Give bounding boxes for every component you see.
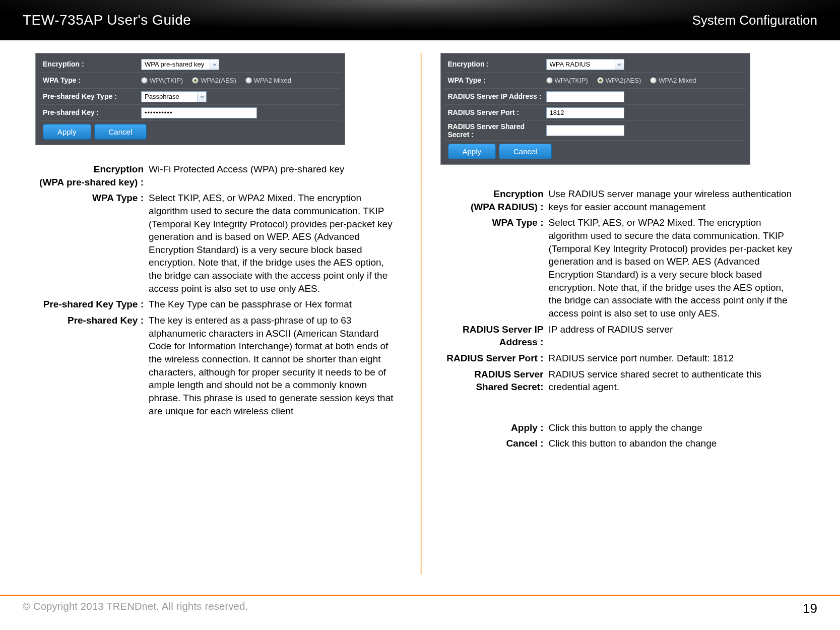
wpa-type-radios: WPA(TKIP) WPA2(AES) WPA2 Mixed — [141, 77, 291, 84]
radio-icon — [192, 77, 199, 84]
label-encryption: Encryption : — [448, 60, 546, 68]
panel-buttons: Apply Cancel — [40, 124, 341, 140]
wpa-radius-panel: Encryption : WPA RADIUS WPA Type : WPA(T… — [440, 53, 750, 165]
page-footer: © Copyright 2013 TRENDnet. All rights re… — [0, 595, 840, 630]
def-term: Pre-shared Key Type : — [35, 298, 149, 311]
button-definitions: Apply : Click this button to apply the c… — [440, 421, 805, 450]
radio-wpa2-aes[interactable]: WPA2(AES) — [597, 77, 641, 84]
encryption-select[interactable]: WPA RADIUS — [546, 59, 624, 70]
encryption-select[interactable]: WPA pre-shared key — [141, 59, 219, 70]
def-desc: The Key Type can be passphrase or Hex fo… — [149, 298, 400, 311]
label-radius-secret: RADIUS Server Shared Secret : — [448, 122, 546, 139]
doc-section: System Configuration — [692, 13, 817, 28]
label-radius-ip: RADIUS Server IP Address : — [448, 92, 546, 100]
def-row: Pre-shared Key : The key is entered as a… — [35, 314, 400, 417]
left-column: Encryption : WPA pre-shared key WPA Type… — [15, 53, 420, 582]
radio-icon — [245, 77, 252, 84]
row-radius-secret: RADIUS Server Shared Secret : — [445, 121, 746, 141]
def-desc: IP address of RADIUS server — [549, 323, 805, 349]
def-desc: RADIUS service port number. Default: 181… — [549, 352, 805, 365]
def-row: Encryption (WPA RADIUS) : Use RADIUS ser… — [440, 187, 805, 213]
label-radius-port: RADIUS Server Port : — [448, 108, 546, 116]
copyright: © Copyright 2013 TRENDnet. All rights re… — [23, 601, 248, 612]
def-term: Apply : — [440, 421, 549, 434]
def-desc: RADIUS service shared secret to authenti… — [549, 368, 805, 394]
page-header: TEW-735AP User's Guide System Configurat… — [0, 0, 840, 40]
def-term: Pre-shared Key : — [35, 314, 149, 417]
cancel-button[interactable]: Cancel — [94, 124, 147, 140]
def-row: Pre-shared Key Type : The Key Type can b… — [35, 298, 400, 311]
radio-label: WPA2(AES) — [201, 77, 236, 84]
radio-label: WPA(TKIP) — [150, 77, 183, 84]
chevron-down-icon — [615, 59, 624, 70]
radio-icon — [141, 77, 148, 84]
label-wpa-type: WPA Type : — [448, 76, 546, 84]
def-term: WPA Type : — [35, 192, 149, 295]
radio-wpa2-aes[interactable]: WPA2(AES) — [192, 77, 236, 84]
def-desc: The key is entered as a pass-phrase of u… — [149, 314, 400, 417]
def-desc: Select TKIP, AES, or WPA2 Mixed. The enc… — [549, 216, 805, 320]
def-row: RADIUS Server Port : RADIUS service port… — [440, 352, 805, 365]
def-row: WPA Type : Select TKIP, AES, or WPA2 Mix… — [35, 192, 400, 295]
row-encryption: Encryption : WPA pre-shared key — [40, 56, 341, 73]
radius-ip-input[interactable] — [546, 91, 624, 102]
def-row: RADIUS Server IP Address : IP address of… — [440, 323, 805, 349]
row-wpa-type: WPA Type : WPA(TKIP) WPA2(AES) WPA2 Mixe… — [40, 73, 341, 89]
chevron-down-icon — [210, 59, 219, 70]
psk-definitions: Encryption (WPA pre-shared key) : Wi-Fi … — [35, 163, 400, 417]
def-row: Encryption (WPA pre-shared key) : Wi-Fi … — [35, 163, 400, 188]
def-term: Encryption (WPA pre-shared key) : — [35, 163, 149, 188]
def-term: WPA Type : — [440, 216, 549, 320]
page-number: 19 — [803, 601, 817, 616]
row-psk-type: Pre-shared Key Type : Passphrase — [40, 89, 341, 105]
def-row: Cancel : Click this button to abandon th… — [440, 437, 805, 450]
radius-port-input[interactable]: 1812 — [546, 107, 624, 118]
row-encryption: Encryption : WPA RADIUS — [445, 56, 746, 73]
psk-type-value: Passphrase — [142, 93, 197, 100]
radio-label: WPA2 Mixed — [254, 77, 291, 84]
def-row: WPA Type : Select TKIP, AES, or WPA2 Mix… — [440, 216, 805, 320]
label-psk-type: Pre-shared Key Type : — [43, 92, 141, 100]
radius-definitions: Encryption (WPA RADIUS) : Use RADIUS ser… — [440, 187, 805, 394]
def-row: Apply : Click this button to apply the c… — [440, 421, 805, 434]
def-term: Cancel : — [440, 437, 549, 450]
doc-title: TEW-735AP User's Guide — [23, 12, 191, 28]
psk-type-select[interactable]: Passphrase — [141, 91, 207, 102]
def-desc: Use RADIUS server manage your wireless a… — [549, 187, 805, 213]
encryption-select-value: WPA pre-shared key — [142, 60, 210, 68]
def-term: Encryption (WPA RADIUS) : — [440, 187, 549, 213]
panel-buttons: Apply Cancel — [445, 144, 746, 159]
radio-wpa2-mixed[interactable]: WPA2 Mixed — [650, 77, 696, 84]
apply-button[interactable]: Apply — [448, 144, 496, 159]
row-radius-port: RADIUS Server Port : 1812 — [445, 105, 746, 121]
row-psk: Pre-shared Key : •••••••••• — [40, 105, 341, 121]
def-row: RADIUS Server Shared Secret: RADIUS serv… — [440, 368, 805, 394]
psk-input[interactable]: •••••••••• — [141, 107, 257, 118]
def-term: RADIUS Server Shared Secret: — [440, 368, 549, 394]
cancel-button[interactable]: Cancel — [499, 144, 552, 159]
radio-label: WPA2(AES) — [606, 77, 641, 84]
apply-button[interactable]: Apply — [43, 124, 91, 140]
wpa-psk-panel: Encryption : WPA pre-shared key WPA Type… — [35, 53, 345, 145]
wpa-type-radios: WPA(TKIP) WPA2(AES) WPA2 Mixed — [546, 77, 696, 84]
def-desc: Select TKIP, AES, or WPA2 Mixed. The enc… — [149, 192, 400, 295]
row-radius-ip: RADIUS Server IP Address : — [445, 89, 746, 105]
radio-wpa2-mixed[interactable]: WPA2 Mixed — [245, 77, 291, 84]
def-desc: Click this button to abandon the change — [549, 437, 805, 450]
radio-label: WPA(TKIP) — [555, 77, 588, 84]
label-wpa-type: WPA Type : — [43, 76, 141, 84]
def-desc: Click this button to apply the change — [549, 421, 805, 434]
radio-icon — [597, 77, 604, 84]
encryption-select-value: WPA RADIUS — [547, 60, 615, 68]
radius-secret-input[interactable] — [546, 125, 624, 136]
label-encryption: Encryption : — [43, 60, 141, 68]
radio-label: WPA2 Mixed — [659, 77, 696, 84]
def-term: RADIUS Server Port : — [440, 352, 549, 365]
radio-icon — [650, 77, 657, 84]
page-body: Encryption : WPA pre-shared key WPA Type… — [0, 40, 840, 582]
radio-wpa-tkip[interactable]: WPA(TKIP) — [141, 77, 183, 84]
radio-wpa-tkip[interactable]: WPA(TKIP) — [546, 77, 588, 84]
chevron-down-icon — [197, 92, 206, 102]
radio-icon — [546, 77, 553, 84]
def-term: RADIUS Server IP Address : — [440, 323, 549, 349]
